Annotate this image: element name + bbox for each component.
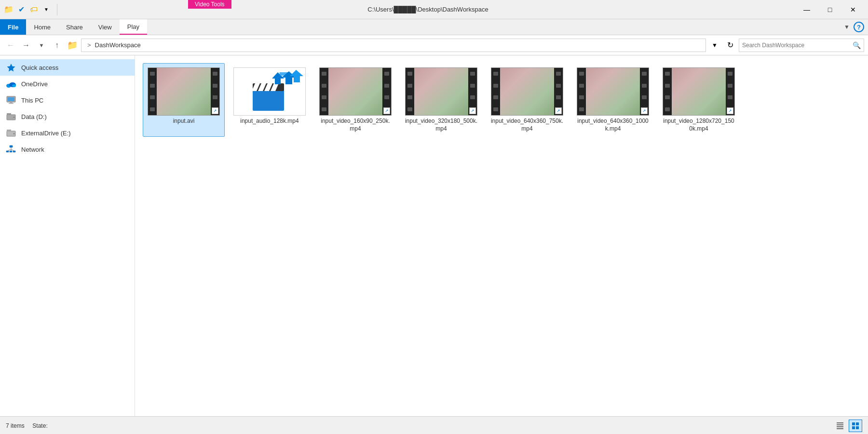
status-view-controls <box>833 420 862 432</box>
sidebar-item-label-data-d: Data (D:) <box>21 113 47 120</box>
file-name: input_video_1280x720_1500k.mp4 <box>662 118 735 132</box>
video-tools-label: Video Tools <box>188 0 231 9</box>
svg-point-3 <box>12 84 16 87</box>
breadcrumb-separator: > <box>87 41 91 49</box>
sidebar-item-label-onedrive: OneDrive <box>21 80 48 88</box>
tab-view[interactable]: View <box>91 19 120 35</box>
file-name: input_video_160x90_250k.mp4 <box>319 118 392 132</box>
sidebar-item-onedrive[interactable]: OneDrive <box>0 76 135 92</box>
svg-rect-33 <box>837 426 843 427</box>
shortcut-arrow: ↗ <box>641 107 648 114</box>
recent-locations-button[interactable]: ▼ <box>35 39 48 52</box>
folder-icon: 📁 <box>4 5 14 14</box>
sidebar-item-label-external-e: ExternalDrive (E:) <box>21 130 71 137</box>
dropdown-icon[interactable]: ▼ <box>41 5 51 14</box>
details-view-button[interactable] <box>833 420 847 432</box>
status-count: 7 items State: <box>6 422 48 429</box>
svg-rect-17 <box>13 151 15 152</box>
svg-rect-31 <box>837 422 843 423</box>
svg-marker-0 <box>7 64 15 72</box>
file-name: input_video_640x360_750k.mp4 <box>490 118 564 132</box>
ribbon: File Home Share View Play ▼ ? <box>0 19 868 35</box>
arrows-overlay <box>279 69 303 94</box>
file-item[interactable]: ↗ input_video_1280x720_1500k.mp4 <box>658 63 740 137</box>
content-area: ↗ input.avi <box>135 55 868 416</box>
up-button[interactable]: ↑ <box>50 39 64 52</box>
sidebar-item-label-quick-access: Quick access <box>21 64 58 71</box>
svg-rect-10 <box>7 113 11 115</box>
title-bar: 📁 ✔ 🏷 ▼ Video Tools C:\Users\█████\Deskt… <box>0 0 868 19</box>
file-thumbnail: ↗ <box>405 67 477 116</box>
sidebar-item-label-this-pc: This PC <box>21 97 43 104</box>
svg-line-19 <box>8 149 12 151</box>
tab-file[interactable]: File <box>0 19 26 35</box>
breadcrumb-folder: DashWorkspace <box>95 41 141 49</box>
title-bar-path: C:\Users\█████\Desktop\DashWorkspace <box>60 6 796 13</box>
file-item[interactable]: ↗ input.avi <box>143 63 225 137</box>
shortcut-arrow: ↗ <box>383 107 390 114</box>
file-thumbnail: ↗ <box>663 67 735 116</box>
film-strip-left <box>663 68 672 115</box>
large-icons-view-button[interactable] <box>849 420 862 432</box>
sidebar: Quick access OneDrive This PC Data (D:) <box>0 55 135 416</box>
svg-rect-37 <box>852 426 855 429</box>
status-bar: 7 items State: <box>0 416 868 434</box>
computer-icon <box>6 95 16 105</box>
main-area: Quick access OneDrive This PC Data (D:) <box>0 55 868 416</box>
search-input[interactable] <box>742 42 851 49</box>
svg-rect-36 <box>856 422 859 425</box>
sidebar-item-quick-access[interactable]: Quick access <box>0 59 135 76</box>
onedrive-icon <box>6 79 16 89</box>
sidebar-item-external-e[interactable]: ExternalDrive (E:) <box>0 125 135 141</box>
svg-rect-35 <box>852 422 855 425</box>
refresh-button[interactable]: ↻ <box>723 39 737 52</box>
drive-d-icon <box>6 111 16 122</box>
file-name: input_video_320x180_500k.mp4 <box>405 118 478 132</box>
file-item[interactable]: ↗ input_video_640x360_750k.mp4 <box>486 63 568 137</box>
title-bar-icons: 📁 ✔ 🏷 ▼ <box>4 4 60 15</box>
file-item[interactable]: ↗ input_video_320x180_500k.mp4 <box>400 63 482 137</box>
file-name: input.avi <box>173 118 195 125</box>
breadcrumb[interactable]: > DashWorkspace <box>81 39 706 52</box>
maximize-button[interactable]: □ <box>819 2 841 17</box>
help-button[interactable]: ? <box>854 22 864 32</box>
sidebar-item-label-network: Network <box>21 146 44 153</box>
tab-share[interactable]: Share <box>58 19 91 35</box>
checklist-icon: ✔ <box>16 5 26 14</box>
address-dropdown-button[interactable]: ▼ <box>708 39 721 52</box>
film-strip-left <box>320 68 328 115</box>
sidebar-item-data-d[interactable]: Data (D:) <box>0 108 135 125</box>
sidebar-item-network[interactable]: Network <box>0 141 135 158</box>
ribbon-collapse-btn[interactable]: ▼ <box>840 20 854 34</box>
file-thumbnail: ↗ <box>491 67 563 116</box>
svg-line-20 <box>11 149 14 151</box>
sidebar-item-this-pc[interactable]: This PC <box>0 92 135 108</box>
folder-breadcrumb-icon: 📁 <box>66 39 79 52</box>
label-icon: 🏷 <box>29 5 39 14</box>
svg-rect-16 <box>10 151 12 152</box>
film-content <box>414 68 468 115</box>
file-item[interactable]: ↗ input_video_640x360_1000k.mp4 <box>572 63 654 137</box>
film-content <box>157 68 211 115</box>
minimize-button[interactable]: — <box>796 2 818 17</box>
film-content <box>586 68 640 115</box>
svg-point-9 <box>14 117 15 118</box>
back-button: ← <box>4 39 17 52</box>
forward-button[interactable]: → <box>19 39 33 52</box>
quick-access-icon <box>6 62 16 73</box>
ribbon-tabs: File Home Share View Play ▼ ? <box>0 19 868 35</box>
tab-play[interactable]: Play <box>120 19 147 35</box>
tab-home[interactable]: Home <box>26 19 58 35</box>
shortcut-arrow: ↗ <box>212 107 218 114</box>
network-icon <box>6 144 16 155</box>
search-box[interactable]: 🔍 <box>739 39 864 52</box>
svg-rect-34 <box>837 428 843 429</box>
svg-point-12 <box>14 133 15 134</box>
file-name: input_audio_128k.mp4 <box>240 118 298 125</box>
file-item[interactable]: input_audio_128k.mp4 <box>229 63 311 137</box>
close-button[interactable]: ✕ <box>842 2 864 17</box>
separator <box>57 4 57 15</box>
film-content <box>328 68 382 115</box>
svg-rect-14 <box>10 145 13 147</box>
file-item[interactable]: ↗ input_video_160x90_250k.mp4 <box>314 63 396 137</box>
